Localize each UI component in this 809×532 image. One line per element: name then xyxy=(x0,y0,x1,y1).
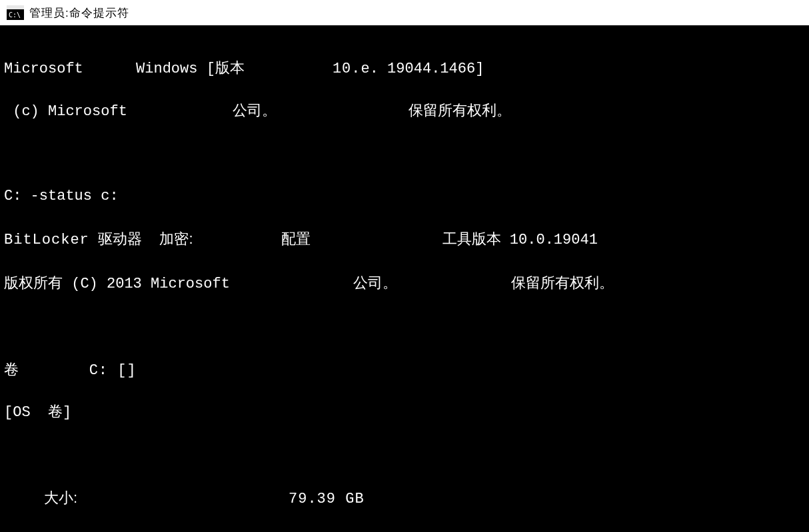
size-row: 大小: 79.39 GB xyxy=(4,487,805,510)
terminal-body[interactable]: Microsoft Windows [版本 10.e. 19044.1466] … xyxy=(0,25,809,532)
bitlocker-tool-line: BitLocker 驱动器 加密: 配置 工具版本 10.0.19041 xyxy=(4,228,805,251)
volume-header-line: 卷 C: [] xyxy=(4,359,805,382)
titlebar[interactable]: C:\ 管理员:命令提示符 xyxy=(0,0,809,25)
window-title: 管理员:命令提示符 xyxy=(29,5,129,21)
os-header-line-2: (c) Microsoft 公司。 保留所有权利。 xyxy=(4,101,805,123)
svg-text:C:\: C:\ xyxy=(9,11,21,19)
os-header-line-1: Microsoft Windows [版本 10.e. 19044.1466] xyxy=(4,59,805,80)
cmd-prompt-icon: C:\ xyxy=(7,5,24,20)
svg-rect-1 xyxy=(7,5,24,9)
copyright-line: 版权所有 (C) 2013 Microsoft 公司。 保留所有权利。 xyxy=(4,272,805,295)
blank-line xyxy=(4,143,805,164)
blank-line xyxy=(4,445,805,466)
blank-line xyxy=(4,316,805,338)
os-volume-line: [OS 卷] xyxy=(4,402,805,423)
command-line: C: -status c: xyxy=(4,186,805,207)
